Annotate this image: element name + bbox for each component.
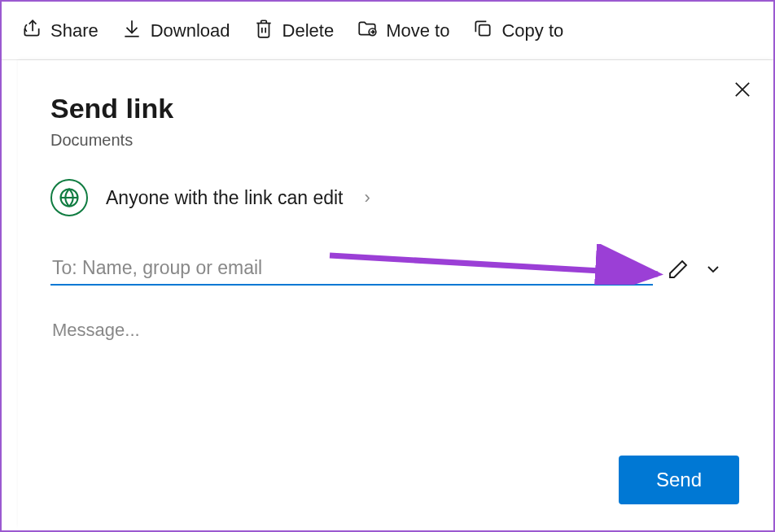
chevron-down-icon [703, 268, 723, 281]
send-link-dialog: Send link Documents Anyone with the link… [18, 60, 772, 529]
chevron-right-icon: › [365, 187, 370, 208]
copy-to-button[interactable]: Copy to [472, 18, 563, 44]
permission-dropdown-button[interactable] [703, 259, 723, 279]
permission-text: Anyone with the link can edit [106, 187, 344, 209]
delete-button[interactable]: Delete [253, 18, 335, 44]
move-to-label: Move to [386, 20, 449, 41]
download-button[interactable]: Download [121, 18, 230, 44]
close-icon [731, 89, 754, 103]
edit-permission-button[interactable] [666, 257, 690, 281]
copy-icon [472, 18, 493, 44]
close-button[interactable] [731, 78, 754, 101]
copy-to-label: Copy to [501, 20, 563, 41]
share-button[interactable]: Share [21, 18, 99, 44]
recipient-input[interactable] [50, 252, 653, 286]
download-label: Download [151, 20, 230, 41]
pencil-icon [666, 270, 690, 284]
trash-icon [253, 18, 274, 44]
delete-label: Delete [282, 20, 335, 41]
send-button[interactable]: Send [619, 456, 739, 504]
share-icon [21, 18, 42, 44]
share-label: Share [50, 20, 99, 41]
globe-icon [50, 179, 88, 216]
toolbar: Share Download Delete Move to Copy to [2, 2, 773, 60]
dialog-subtitle: Documents [50, 131, 739, 150]
download-icon [121, 18, 142, 44]
move-to-button[interactable]: Move to [357, 18, 449, 44]
link-settings-button[interactable]: Anyone with the link can edit › [50, 179, 739, 216]
dialog-title: Send link [50, 93, 739, 124]
message-input[interactable] [50, 316, 739, 406]
svg-rect-1 [479, 24, 490, 35]
recipient-row [50, 252, 739, 286]
folder-move-icon [357, 18, 378, 44]
